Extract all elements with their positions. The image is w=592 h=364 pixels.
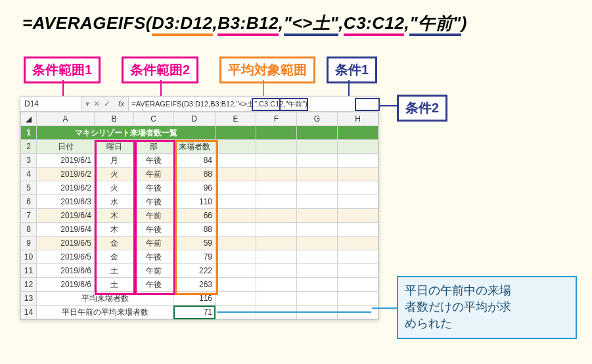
cell-date[interactable]: 2019/6/6 [37, 264, 95, 278]
formula-suffix: ) [461, 13, 467, 33]
row-header[interactable]: 4 [21, 168, 37, 181]
cell-dow[interactable]: 金 [95, 237, 134, 250]
cell-count[interactable]: 263 [173, 278, 216, 292]
tag-criteria-range-1: 条件範囲1 [24, 57, 101, 83]
summary-label: 平均来場者数 [37, 292, 173, 306]
tag-criteria-range-2: 条件範囲2 [122, 57, 198, 83]
col-header[interactable]: G [297, 112, 338, 126]
cell-part[interactable]: 午前 [134, 264, 173, 278]
cell-date[interactable]: 2019/6/6 [37, 278, 95, 292]
tag-criteria-2: 条件2 [397, 95, 447, 122]
col-header[interactable]: H [338, 112, 378, 126]
tag-average-range: 平均対象範囲 [219, 57, 315, 83]
cell-part[interactable]: 午後 [134, 223, 173, 237]
table-row: 82019/6/4木午後88 [21, 223, 378, 237]
cell-dow[interactable]: 木 [95, 223, 134, 237]
table-row: 32019/6/1月午後84 [21, 154, 378, 168]
table-title-row: 1 マキシリゾート来場者数一覧 [21, 126, 378, 140]
cell-dow[interactable]: 土 [95, 264, 134, 278]
cell-date[interactable]: 2019/6/4 [37, 223, 95, 237]
row-header[interactable]: 12 [21, 278, 37, 292]
cancel-icon[interactable]: ✕ [93, 99, 100, 108]
cell-dow[interactable]: 土 [95, 278, 134, 292]
table-row: 62019/6/3水午後110 [21, 195, 378, 209]
row-header[interactable]: 1 [21, 126, 37, 140]
formula-arg-avgrange: D3:D12 [152, 13, 213, 36]
column-header-row: ◢ A B C D E F G H [21, 112, 378, 126]
cell-count[interactable]: 96 [173, 181, 216, 195]
row-header[interactable]: 9 [21, 237, 37, 250]
row-header[interactable]: 8 [21, 223, 37, 237]
cell-count[interactable]: 59 [173, 237, 216, 250]
cell-part[interactable]: 午後 [134, 195, 173, 209]
header-dow: 曜日 [95, 140, 134, 154]
row-header[interactable]: 3 [21, 154, 37, 168]
summary-row: 13 平均来場者数 116 [21, 292, 378, 306]
formula-arg-critrange2: C3:C12 [344, 13, 405, 36]
fx-icon[interactable]: fx [114, 99, 128, 108]
cell-date[interactable]: 2019/6/5 [37, 237, 95, 250]
row-header[interactable]: 11 [21, 264, 37, 278]
cell-count[interactable]: 110 [173, 195, 216, 209]
row-header[interactable]: 6 [21, 195, 37, 209]
cell-date[interactable]: 2019/6/3 [37, 195, 95, 209]
cell-date[interactable]: 2019/6/2 [37, 181, 95, 195]
dropdown-icon[interactable]: ▾ [85, 99, 89, 108]
cell-count[interactable]: 66 [173, 209, 216, 223]
spreadsheet-grid[interactable]: ◢ A B C D E F G H 1 マキシリゾート来場者数一覧 2 日付 曜… [20, 112, 378, 319]
cell-part[interactable]: 午後 [134, 154, 173, 168]
row-header[interactable]: 13 [21, 292, 37, 306]
explanation-callout: 平日の午前中の来場 者数だけの平均が求 められた [397, 276, 577, 339]
formula-arg-crit2: "午前" [409, 13, 461, 36]
col-header[interactable]: A [37, 112, 95, 126]
cell-dow[interactable]: 火 [95, 168, 134, 181]
table-row: 102019/6/5金午後79 [21, 250, 378, 264]
connector-line [378, 105, 397, 106]
row-header[interactable]: 10 [21, 250, 37, 264]
row-header[interactable]: 14 [21, 306, 37, 319]
excel-screenshot: D14 ▾ ✕ ✓ fx =AVERAGEIFS(D3:D12,B3:B12,"… [20, 96, 379, 320]
cell-date[interactable]: 2019/6/2 [37, 168, 95, 181]
formula-arg-crit1: "<>土" [284, 13, 339, 36]
cell-part[interactable]: 午前 [134, 237, 173, 250]
col-header[interactable]: D [173, 112, 216, 126]
cell-dow[interactable]: 木 [95, 209, 134, 223]
cell-count[interactable]: 88 [173, 168, 216, 181]
table-header-row: 2 日付 曜日 部 来場者数 [21, 140, 378, 154]
formula-bar-buttons: ▾ ✕ ✓ [81, 99, 114, 108]
cell-part[interactable]: 午前 [134, 209, 173, 223]
cell-dow[interactable]: 水 [95, 195, 134, 209]
cell-date[interactable]: 2019/6/4 [37, 209, 95, 223]
header-part: 部 [134, 140, 173, 154]
formula-prefix: =AVERAGEIFS( [22, 13, 152, 33]
cell-part[interactable]: 午前 [134, 168, 173, 181]
cell-dow[interactable]: 月 [95, 154, 134, 168]
row-header[interactable]: 2 [21, 140, 37, 154]
col-header[interactable]: C [134, 112, 173, 126]
summary-value: 116 [173, 292, 216, 306]
cell-part[interactable]: 午後 [134, 250, 173, 264]
row-header[interactable]: 7 [21, 209, 37, 223]
cell-count[interactable]: 84 [173, 154, 216, 168]
cell-count[interactable]: 222 [173, 264, 216, 278]
name-box[interactable]: D14 [20, 97, 81, 111]
cell-part[interactable]: 午後 [134, 181, 173, 195]
cell-count[interactable]: 88 [173, 223, 216, 237]
row-header[interactable]: 5 [21, 181, 37, 195]
cell-dow[interactable]: 火 [95, 181, 134, 195]
table-row: 42019/6/2火午前88 [21, 168, 378, 181]
col-header[interactable]: E [216, 112, 256, 126]
result-cell[interactable]: 71 [173, 306, 216, 319]
cell-count[interactable]: 79 [173, 250, 216, 264]
formula-bar-row: D14 ▾ ✕ ✓ fx =AVERAGEIFS(D3:D12,B3:B12,"… [20, 97, 378, 112]
col-header[interactable]: B [95, 112, 134, 126]
cell-date[interactable]: 2019/6/1 [37, 154, 95, 168]
col-header[interactable]: F [256, 112, 297, 126]
select-all-cell[interactable]: ◢ [21, 112, 37, 126]
table-row: 72019/6/4木午前66 [21, 209, 378, 223]
cell-dow[interactable]: 金 [95, 250, 134, 264]
cell-date[interactable]: 2019/6/5 [37, 250, 95, 264]
cell-part[interactable]: 午後 [134, 278, 173, 292]
formula-bar[interactable]: =AVERAGEIFS(D3:D12,B3:B12,"<>土",C3:C12,"… [128, 97, 378, 111]
enter-icon[interactable]: ✓ [104, 99, 110, 108]
